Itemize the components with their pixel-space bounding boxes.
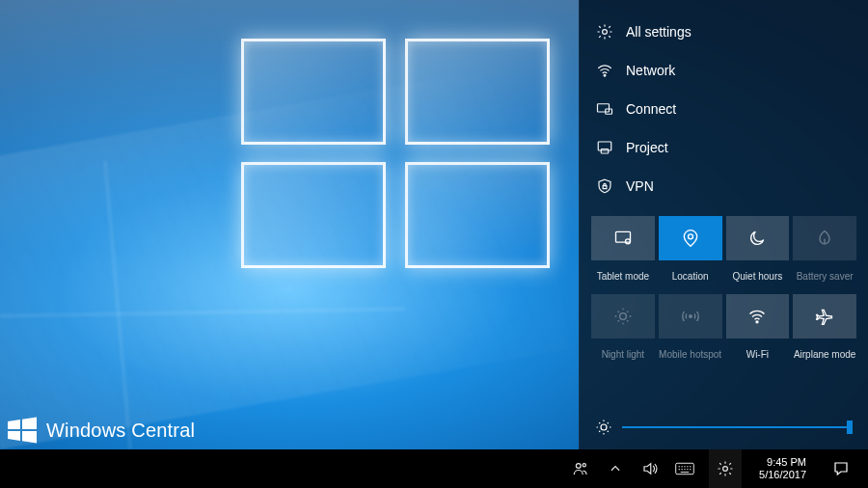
window-pane-3 (241, 162, 386, 268)
svg-point-14 (689, 315, 692, 318)
quick-action-tiles-row2: Night light Mobile hotspot Wi-Fi Airplan… (591, 294, 856, 365)
wifi-icon (595, 61, 614, 80)
wifi-icon (747, 307, 767, 326)
svg-marker-3 (22, 431, 37, 444)
svg-point-4 (603, 30, 608, 35)
chevron-up-icon (609, 462, 622, 475)
menu-all-settings[interactable]: All settings (591, 15, 856, 48)
svg-marker-2 (8, 431, 20, 441)
people-icon (572, 460, 589, 477)
menu-connect[interactable]: Connect (591, 93, 856, 125)
svg-point-11 (625, 239, 630, 244)
gear-icon (717, 460, 734, 477)
menu-label: Project (626, 140, 668, 155)
svg-point-18 (583, 464, 585, 467)
tray-settings[interactable] (709, 449, 742, 488)
tile-label: Tablet mode (597, 265, 649, 286)
svg-point-13 (620, 313, 627, 320)
menu-project[interactable]: Project (591, 131, 856, 164)
tile-airplane-mode[interactable]: Airplane mode (793, 294, 856, 365)
tray-volume[interactable] (639, 449, 661, 488)
tray-people[interactable] (570, 449, 591, 488)
connect-icon (595, 99, 614, 119)
brightness-icon (595, 419, 612, 436)
tile-mobile-hotspot[interactable]: Mobile hotspot (659, 294, 722, 365)
tray-overflow[interactable] (605, 449, 626, 488)
svg-point-17 (576, 464, 581, 469)
tile-label: Location (672, 265, 709, 286)
svg-point-5 (604, 74, 606, 76)
tile-tablet-mode[interactable]: Tablet mode (591, 216, 655, 286)
quick-action-tiles-row1: Tablet mode Location Quiet hours Battery… (591, 216, 856, 286)
action-center-panel: All settings Network Connect Project VPN (579, 0, 868, 449)
watermark-text: Windows Central (46, 420, 195, 442)
action-center-button[interactable] (824, 449, 858, 488)
windows-logo-icon (6, 414, 39, 447)
gear-icon (595, 22, 614, 41)
brightness-slider[interactable] (591, 409, 856, 442)
tile-label: Airplane mode (794, 343, 855, 365)
tile-label: Quiet hours (733, 265, 783, 286)
tile-wifi[interactable]: Wi-Fi (726, 294, 790, 365)
tablet-icon (613, 229, 633, 248)
tile-label: Battery saver (797, 265, 854, 286)
battery-leaf-icon (815, 229, 834, 248)
window-pane-4 (405, 162, 550, 268)
window-pane-2 (405, 39, 550, 145)
keyboard-icon (675, 462, 694, 475)
notification-icon (832, 460, 850, 477)
system-tray: 9:45 PM 5/16/2017 (560, 449, 864, 488)
volume-icon (641, 460, 659, 477)
watermark: Windows Central (0, 411, 195, 449)
svg-rect-10 (615, 231, 630, 242)
clock-time: 9:45 PM (759, 456, 806, 469)
clock-date: 5/16/2017 (759, 469, 806, 481)
tile-quiet-hours[interactable]: Quiet hours (726, 216, 790, 286)
moon-icon (747, 229, 767, 248)
project-icon (595, 138, 614, 157)
tile-battery-saver[interactable]: Battery saver (793, 216, 856, 286)
svg-rect-6 (598, 104, 610, 112)
slider-thumb[interactable] (847, 420, 853, 434)
tile-night-light[interactable]: Night light (591, 294, 655, 365)
slider-track[interactable] (622, 426, 853, 428)
window-pane-1 (241, 39, 386, 145)
svg-point-20 (723, 467, 728, 472)
svg-point-12 (688, 234, 692, 239)
svg-marker-1 (22, 418, 37, 430)
hotspot-icon (681, 307, 700, 326)
svg-point-15 (756, 321, 758, 323)
action-center-menu: All settings Network Connect Project VPN (591, 15, 856, 203)
menu-label: Connect (626, 101, 676, 117)
location-icon (681, 229, 700, 248)
svg-marker-0 (8, 420, 20, 429)
menu-label: Network (626, 63, 675, 78)
tile-label: Night light (602, 343, 644, 365)
airplane-icon (815, 307, 834, 326)
menu-network[interactable]: Network (591, 54, 856, 87)
menu-vpn[interactable]: VPN (591, 170, 856, 203)
tray-touch-keyboard[interactable] (674, 449, 695, 488)
sun-icon (613, 307, 633, 326)
menu-label: All settings (626, 24, 692, 40)
tile-location[interactable]: Location (659, 216, 722, 286)
svg-rect-9 (601, 149, 609, 154)
svg-point-16 (601, 424, 607, 430)
vpn-icon (595, 176, 614, 196)
taskbar: 9:45 PM 5/16/2017 (0, 449, 868, 488)
menu-label: VPN (626, 178, 654, 194)
tile-label: Mobile hotspot (659, 343, 721, 365)
taskbar-clock[interactable]: 9:45 PM 5/16/2017 (755, 456, 810, 481)
tile-label: Wi-Fi (746, 343, 769, 365)
